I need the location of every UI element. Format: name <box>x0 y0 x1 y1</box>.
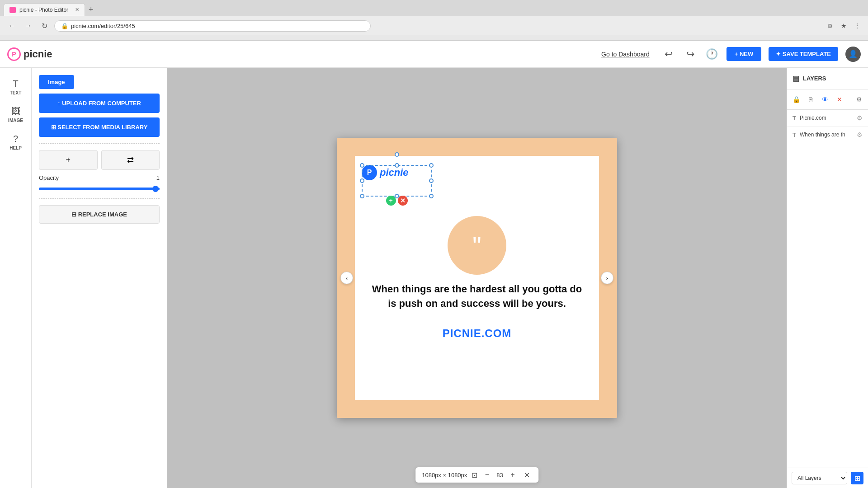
fit-to-screen-button[interactable]: ⊡ <box>472 471 477 479</box>
new-button[interactable]: + NEW <box>726 47 762 61</box>
browser-menu-icon[interactable]: ⋮ <box>852 20 863 31</box>
help-tool-label: HELP <box>9 145 22 150</box>
layer-type-text-icon: T <box>793 115 796 122</box>
layer-2-settings-button[interactable]: ⚙ <box>857 131 863 138</box>
tab-favicon <box>9 7 16 13</box>
replace-image-button[interactable]: ⊟ REPLACE IMAGE <box>39 205 160 224</box>
tab-close-btn[interactable]: ✕ <box>75 7 79 13</box>
selection-action-buttons: + ✕ <box>386 196 408 206</box>
zoom-in-button[interactable]: + <box>508 470 518 480</box>
logo-on-canvas[interactable]: P picnie <box>362 165 432 197</box>
left-panel: Image ↑ UPLOAD FROM COMPUTER ⊞ SELECT FR… <box>32 68 167 488</box>
lock-layer-button[interactable]: 🔒 <box>790 93 802 106</box>
zoom-level: 83 <box>496 472 503 479</box>
help-icon: ? <box>13 134 18 144</box>
image-tool[interactable]: 🖼 IMAGE <box>3 103 29 127</box>
refresh-button[interactable]: ↻ <box>38 19 51 32</box>
status-bar: 1080px × 1080px ⊡ − 83 + ✕ <box>415 467 538 483</box>
text-icon: T <box>13 79 18 89</box>
adjust-btn-2[interactable]: ⇄ <box>101 150 160 170</box>
opacity-slider[interactable] <box>39 188 160 190</box>
layer-1-settings-button[interactable]: ⚙ <box>857 114 863 122</box>
redo-button[interactable]: ↪ <box>683 47 698 61</box>
select-from-media-library-button[interactable]: ⊞ SELECT FROM MEDIA LIBRARY <box>39 117 160 137</box>
canvas-container: " When things are the hardest all you go… <box>337 138 617 418</box>
canvas-dimensions: 1080px × 1080px <box>422 472 467 479</box>
adjust-btn-1[interactable]: + <box>39 150 98 170</box>
app-logo: P picnie <box>7 47 52 61</box>
user-avatar[interactable]: 👤 <box>845 47 861 62</box>
forward-button[interactable]: → <box>22 19 34 32</box>
logo-icon: P <box>7 47 21 61</box>
collapse-right-button[interactable]: › <box>601 272 613 284</box>
layer-type-text-icon-2: T <box>793 131 796 138</box>
copy-layer-button[interactable]: ⎘ <box>804 93 817 106</box>
canvas-background[interactable]: " When things are the hardest all you go… <box>337 138 617 418</box>
lock-icon: 🔒 <box>61 23 68 29</box>
save-template-button[interactable]: ✦ SAVE TEMPLATE <box>769 47 838 61</box>
address-bar[interactable]: 🔒 picnie.com/editor/25/645 <box>54 20 371 32</box>
layer-2-name: When things are th <box>800 131 853 138</box>
text-tool[interactable]: T TEXT <box>3 75 29 99</box>
add-element-button[interactable]: + <box>386 196 396 206</box>
left-toolbar: T TEXT 🖼 IMAGE ? HELP <box>0 68 32 488</box>
all-layers-select[interactable]: All Layers <box>792 472 847 484</box>
zoom-out-button[interactable]: − <box>482 470 492 480</box>
text-tool-label: TEXT <box>10 90 22 95</box>
layer-item-1[interactable]: T Picnie.com ⚙ <box>787 110 868 127</box>
layers-toolbar: 🔒 ⎘ 👁 ✕ ⚙ <box>787 89 868 110</box>
layers-icon: ▤ <box>793 74 799 83</box>
back-button[interactable]: ← <box>5 19 18 32</box>
layer-item-2[interactable]: T When things are th ⚙ <box>787 127 868 143</box>
url-text: picnie.com/editor/25/645 <box>71 23 135 29</box>
layer-1-name: Picnie.com <box>800 115 853 121</box>
upload-from-computer-button[interactable]: ↑ UPLOAD FROM COMPUTER <box>39 94 160 113</box>
undo-button[interactable]: ↩ <box>661 47 676 61</box>
image-tab-button[interactable]: Image <box>39 75 74 89</box>
layers-title: LAYERS <box>803 75 826 82</box>
help-tool[interactable]: ? HELP <box>3 130 29 154</box>
divider-2 <box>39 198 160 199</box>
layers-footer: All Layers ⊞ <box>787 468 868 488</box>
new-tab-button[interactable]: + <box>85 5 97 14</box>
logo-text: picnie <box>24 48 52 60</box>
remove-element-button[interactable]: ✕ <box>398 196 408 206</box>
brand-url: PICNIE.COM <box>443 327 512 340</box>
opacity-value: 1 <box>156 174 160 181</box>
tab-title: picnie - Photo Editor <box>19 7 68 13</box>
canvas-logo: P picnie <box>362 165 432 180</box>
history-button[interactable]: 🕐 <box>705 47 719 61</box>
opacity-label: Opacity <box>39 174 59 181</box>
canvas-logo-circle: P <box>362 165 377 180</box>
image-tool-label: IMAGE <box>8 118 23 123</box>
slider-thumb <box>152 186 159 192</box>
collapse-left-button[interactable]: ‹ <box>340 272 353 284</box>
go-to-dashboard-button[interactable]: Go to Dashboard <box>597 48 654 61</box>
zoom-reset-button[interactable]: ✕ <box>522 470 532 480</box>
divider <box>39 143 160 144</box>
image-icon: 🖼 <box>11 106 20 117</box>
layers-header: ▤ LAYERS <box>787 68 868 89</box>
quote-text: When things are the hardest all you gott… <box>355 282 599 311</box>
canvas-logo-text: picnie <box>380 167 409 178</box>
canvas-area: " When things are the hardest all you go… <box>167 68 787 488</box>
settings-layer-button[interactable]: ⚙ <box>853 93 865 106</box>
add-layer-button[interactable]: ⊞ <box>851 472 863 484</box>
app-header: P picnie Go to Dashboard ↩ ↪ 🕐 + NEW ✦ S… <box>0 41 868 68</box>
browser-tab[interactable]: picnie - Photo Editor ✕ <box>4 3 85 16</box>
layers-panel: ▤ LAYERS 🔒 ⎘ 👁 ✕ ⚙ T Picnie.com ⚙ T When… <box>787 68 868 488</box>
eye-layer-button[interactable]: 👁 <box>819 93 831 106</box>
quote-marks-icon: " <box>472 231 481 260</box>
quote-icon-circle: " <box>448 216 506 275</box>
browser-extension-icon[interactable]: ⊕ <box>825 20 835 31</box>
browser-bookmark-icon[interactable]: ★ <box>838 20 849 31</box>
delete-layer-button[interactable]: ✕ <box>833 93 846 106</box>
